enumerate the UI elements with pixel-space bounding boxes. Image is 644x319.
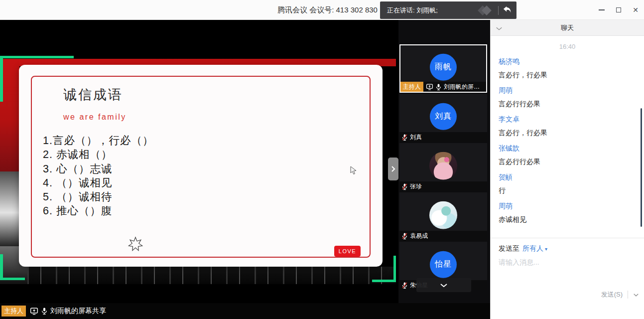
speaking-indicator-text: 正在讲话: 刘雨帆; [387,6,479,15]
mic-on-icon [41,307,48,315]
slide-list-item: 2. 赤诚相（） [43,148,153,161]
chat-header: 聊天 [491,20,644,36]
participant-name: 张珍 [410,182,422,191]
chat-message-text: 言必行行必果 [499,99,636,108]
chat-message-sender[interactable]: 贺頔 [499,172,636,181]
chat-message-sender[interactable]: 李文卓 [499,115,636,124]
participant-name: 刘雨帆的屏… [444,83,480,91]
divider [498,6,499,15]
chat-message-input[interactable] [499,258,636,266]
mic-muted-icon [401,134,408,141]
tile-name-bar: 张珍 [399,181,487,191]
title-bar: 腾讯会议 会议号: 413 302 830 正在讲话: 刘雨帆; ✕ [0,0,644,20]
meeting-logo-icon [479,7,490,14]
chat-panel: 聊天 16:40 杨济鸣言必行，行必果周萌言必行行必果李文卓言必行，行必果张铖歆… [490,20,644,319]
send-options-chevron-icon[interactable] [633,290,639,299]
speaking-indicator: 正在讲话: 刘雨帆; [380,1,516,19]
chat-input-area: 发送至 所有人 ▾ 发送(S) [491,238,644,303]
slide-list-item: 5. （）诚相待 [43,190,153,204]
avatar [429,152,457,179]
host-badge: 主持人 [1,306,26,317]
participant-tile[interactable]: 刘真刘真 [399,94,487,142]
share-status-bar: 主持人 刘雨帆的屏幕共享 [0,303,490,319]
love-button[interactable]: LOVE [334,246,361,257]
divider [628,291,628,299]
chat-message-text: 言必行行必果 [499,157,636,166]
capture-frame-bottom-left-h [0,278,25,280]
chat-message-sender[interactable]: 杨济鸣 [499,57,636,66]
share-status-text: 刘雨帆的屏幕共享 [50,307,106,316]
app-window: 腾讯会议 会议号: 413 302 830 正在讲话: 刘雨帆; ✕ [0,0,644,319]
participant-video-panel: 雨帆主持人刘雨帆的屏…刘真刘真张珍袁易成怡星朱怡星 [398,20,490,303]
chat-title: 聊天 [561,23,574,32]
meeting-number-label: 腾讯会议 会议号: 413 302 830 [277,0,378,20]
capture-frame-bottom-left-v [0,254,3,280]
avatar [429,201,457,229]
participant-name: 袁易成 [410,232,428,240]
send-to-selector[interactable]: 所有人 [522,244,543,253]
screen-share-icon [426,84,433,90]
send-to-row: 发送至 所有人 ▾ [499,244,636,253]
slide-list-item: 4. （）诚相见 [43,176,153,190]
slide-bg-photo-left [0,171,19,246]
send-to-label: 发送至 [499,244,519,253]
participant-name: 刘真 [410,133,422,142]
mic-muted-icon [401,232,408,240]
tile-name-bar: 袁易成 [399,231,487,241]
mic-on-icon [435,83,442,91]
avatar: 刘真 [430,103,457,130]
capture-frame-bottom-right-h [372,280,396,282]
avatar: 雨帆 [430,53,457,80]
avatar: 怡星 [430,251,457,278]
tile-name-bar: 主持人刘雨帆的屏… [400,82,486,92]
chat-message-sender[interactable]: 周萌 [499,86,636,95]
slide-list-item: 6. 推心（）腹 [43,204,153,218]
return-arrow-icon[interactable] [503,5,512,15]
panel-expand-handle[interactable] [388,158,398,180]
participant-tile[interactable]: 袁易成 [399,192,487,241]
slide-bg-cityscape [27,267,396,284]
participant-tiles: 雨帆主持人刘雨帆的屏…刘真刘真张珍袁易成怡星朱怡星 [399,44,490,290]
slide-subtitle: we are family [63,113,127,122]
capture-frame-top-left-h [0,56,74,58]
participant-tile[interactable]: 雨帆主持人刘雨帆的屏… [399,44,487,93]
chat-message-sender[interactable]: 周萌 [499,201,636,210]
window-controls: ✕ [593,0,644,20]
chat-send-row: 发送(S) [601,290,639,299]
chat-message-text: 言必行，行必果 [499,128,636,137]
host-badge: 主持人 [400,82,423,92]
capture-frame-top-left-v [0,56,3,102]
chat-message-text: 行 [499,186,636,195]
slide-list-item: 3. 心（）志诚 [43,162,153,176]
minimize-button[interactable] [593,0,610,20]
screen-share-icon [30,308,38,315]
slide-list-item: 1.言必（），行必（） [43,134,153,148]
slide-list: 1.言必（），行必（）2. 赤诚相（）3. 心（）志诚4. （）诚相见5. （）… [43,134,153,218]
chat-timestamp: 16:40 [499,43,636,50]
send-to-caret-icon[interactable]: ▾ [545,246,547,252]
maximize-button[interactable] [610,0,627,20]
chat-message-text: 言必行，行必果 [499,70,636,79]
chat-collapse-icon[interactable] [496,24,503,33]
slide-title: 诚信成语 [63,86,123,104]
close-button[interactable]: ✕ [627,0,644,20]
chat-message-list: 16:40 杨济鸣言必行，行必果周萌言必行行必果李文卓言必行，行必果张铖歆言必行… [491,36,644,238]
mic-muted-icon [401,282,408,289]
send-button[interactable]: 发送(S) [601,290,623,299]
tile-name-bar: 刘真 [399,132,487,142]
mic-muted-icon [401,183,408,190]
capture-frame-bottom-right-v [393,256,396,282]
chat-scrollbar[interactable] [641,108,642,227]
chat-message-sender[interactable]: 张铖歆 [499,144,636,153]
chat-message-text: 赤诚相见 [499,215,636,224]
mouse-cursor-icon [350,166,357,177]
collapse-videos-button[interactable] [416,278,471,292]
participant-tile[interactable]: 张珍 [399,143,487,191]
star-shape-icon [128,236,143,254]
presentation-slide: 诚信成语 we are family 1.言必（），行必（）2. 赤诚相（）3.… [19,65,383,267]
